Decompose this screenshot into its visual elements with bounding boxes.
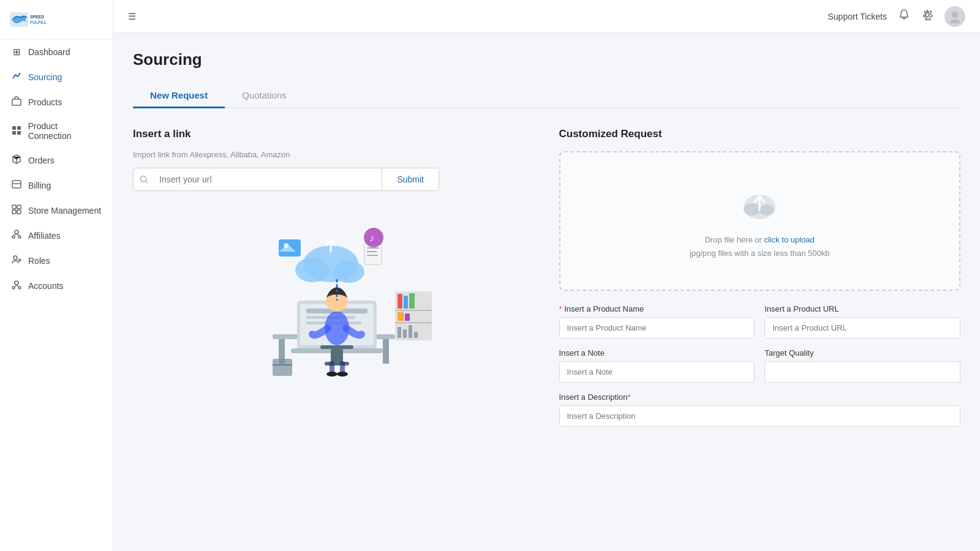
svg-line-32 (146, 181, 148, 184)
svg-rect-13 (12, 210, 16, 214)
topbar-right: Support Tickets (828, 6, 966, 27)
sidebar-item-label: Roles (28, 256, 50, 266)
sidebar-item-affiliates[interactable]: Affiliates (0, 223, 113, 248)
svg-rect-65 (395, 310, 432, 311)
sidebar-item-label: Store Management (28, 206, 101, 216)
product-name-input[interactable] (559, 317, 755, 339)
svg-point-16 (12, 236, 15, 238)
url-input-row: Submit (133, 168, 439, 191)
orders-icon (11, 154, 22, 166)
svg-rect-70 (398, 312, 404, 321)
quality-input[interactable]: High Quality (764, 361, 960, 383)
svg-point-20 (13, 256, 17, 260)
note-label: Insert a Note (559, 348, 755, 358)
sidebar-item-products[interactable]: Products (0, 89, 113, 114)
support-tickets-link[interactable]: Support Tickets (828, 12, 888, 21)
svg-rect-14 (17, 210, 21, 214)
sidebar-item-roles[interactable]: Roles (0, 248, 113, 273)
sidebar-item-store-management[interactable]: Store Management (0, 198, 113, 223)
tab-new-request[interactable]: New Request (133, 84, 225, 108)
svg-rect-66 (395, 322, 432, 323)
svg-line-19 (17, 234, 20, 236)
svg-rect-5 (17, 126, 21, 130)
page-title: Sourcing (133, 50, 960, 69)
svg-rect-67 (398, 294, 402, 309)
topbar: ☰ Support Tickets (113, 0, 980, 33)
svg-point-25 (18, 287, 21, 289)
tab-quotations[interactable]: Quotations (225, 84, 304, 108)
form-row-1: * Insert a Product Name Insert a Product… (559, 304, 961, 339)
svg-rect-7 (17, 131, 21, 135)
svg-point-30 (949, 20, 960, 23)
svg-point-52 (295, 258, 330, 282)
left-panel: Insert a link Import link from Aliexpres… (133, 128, 535, 437)
svg-rect-59 (367, 255, 378, 256)
svg-rect-4 (12, 126, 16, 130)
notification-icon[interactable] (898, 9, 910, 24)
svg-line-18 (13, 234, 17, 236)
svg-rect-6 (12, 131, 16, 135)
customized-request-title: Customized Request (559, 128, 961, 140)
url-input[interactable] (154, 168, 382, 190)
product-url-group: Insert a Product URL (764, 304, 960, 339)
product-url-input[interactable] (764, 317, 960, 339)
upload-icon (740, 184, 779, 223)
store-management-icon (11, 204, 22, 216)
svg-line-27 (17, 285, 18, 287)
sidebar-item-label: Orders (28, 156, 55, 165)
description-input[interactable] (559, 405, 961, 427)
svg-rect-74 (409, 325, 412, 338)
note-input[interactable] (559, 361, 755, 383)
upload-area[interactable]: Drop file here or click to upload jpg/pn… (559, 151, 961, 291)
svg-point-77 (744, 203, 761, 216)
svg-rect-12 (17, 205, 21, 209)
menu-toggle-button[interactable]: ☰ (128, 11, 136, 22)
sidebar-item-billing[interactable]: Billing (0, 173, 113, 198)
product-connection-icon (11, 126, 22, 137)
upload-icon-wrap (738, 182, 781, 225)
user-avatar[interactable] (944, 6, 965, 27)
sidebar-item-dashboard[interactable]: ⊞ Dashboard (0, 40, 113, 64)
helper-text: Import link from Aliexpress, Alibaba, Am… (133, 150, 535, 159)
submit-button[interactable]: Submit (382, 168, 439, 190)
sidebar-item-accounts[interactable]: Accounts (0, 273, 113, 298)
sidebar-item-product-connection[interactable]: Product Connection (0, 114, 113, 148)
click-to-upload-link[interactable]: click to upload (764, 235, 814, 244)
nav-list: ⊞ Dashboard Sourcing Products Product Co… (0, 40, 113, 298)
product-name-label: * Insert a Product Name (559, 304, 755, 313)
topbar-left: ☰ (128, 11, 136, 22)
svg-line-26 (15, 285, 17, 287)
svg-rect-75 (414, 332, 418, 338)
svg-text:FULFILL: FULFILL (30, 20, 47, 24)
svg-point-53 (334, 261, 364, 283)
sidebar-item-label: Billing (28, 181, 51, 190)
upload-illustration: ♪ (217, 206, 450, 377)
sidebar-item-label: Products (28, 97, 62, 107)
svg-rect-35 (383, 339, 389, 364)
form-row-2: Insert a Note Target Quality High Qualit… (559, 348, 961, 383)
svg-point-24 (12, 287, 15, 289)
sidebar-item-orders[interactable]: Orders (0, 148, 113, 173)
svg-rect-73 (403, 329, 407, 338)
roles-icon (11, 255, 22, 266)
svg-rect-69 (409, 293, 415, 309)
sourcing-icon (11, 71, 22, 83)
sidebar-item-label: Product Connection (28, 121, 102, 141)
svg-point-49 (326, 372, 337, 377)
svg-rect-72 (398, 327, 401, 338)
svg-rect-62 (273, 359, 292, 376)
settings-icon[interactable] (921, 9, 933, 24)
svg-rect-58 (367, 251, 377, 252)
dashboard-icon: ⊞ (11, 47, 22, 58)
sidebar-item-sourcing[interactable]: Sourcing (0, 64, 113, 89)
right-panel: Customized Request D (559, 128, 961, 437)
svg-rect-46 (325, 362, 349, 365)
svg-point-50 (337, 372, 348, 377)
hamburger-icon: ☰ (128, 11, 136, 21)
svg-text:SPEED: SPEED (30, 15, 44, 19)
sidebar-item-label: Dashboard (28, 47, 70, 57)
tabs: New Request Quotations (133, 84, 960, 108)
quality-label: Target Quality (764, 348, 960, 358)
svg-rect-71 (405, 313, 410, 321)
svg-point-17 (18, 236, 21, 238)
